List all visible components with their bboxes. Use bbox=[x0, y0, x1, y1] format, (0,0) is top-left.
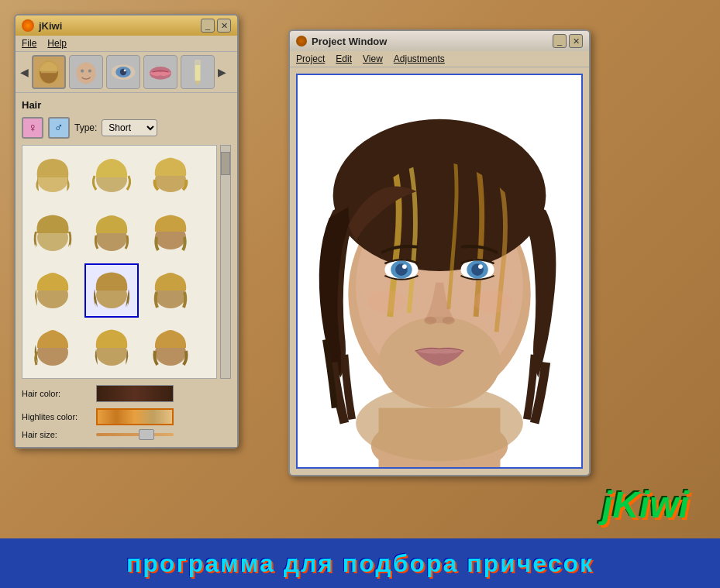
project-window: Project Window _ ✕ Project Edit View Adj… bbox=[288, 29, 591, 476]
hair-item-11[interactable] bbox=[84, 321, 139, 375]
lip-icon-svg bbox=[144, 49, 177, 95]
project-titlebar-left: Project Window bbox=[296, 36, 387, 47]
type-row: ♀ ♂ Type: Short Long Curly Straight bbox=[22, 117, 231, 139]
highlight-color-label: Highlites color: bbox=[22, 412, 90, 421]
hair-color-row: Hair color: bbox=[22, 385, 231, 402]
svg-point-3 bbox=[81, 70, 84, 73]
toolbar-arrow-right[interactable]: ▶ bbox=[218, 66, 226, 78]
hair-size-slider[interactable] bbox=[96, 428, 174, 441]
hair-item-3[interactable] bbox=[143, 149, 198, 203]
menu-edit[interactable]: Edit bbox=[336, 53, 352, 64]
minimize-button[interactable]: _ bbox=[201, 19, 215, 33]
project-titlebar-buttons: _ ✕ bbox=[553, 34, 583, 48]
scrollbar-thumb[interactable] bbox=[221, 152, 230, 175]
hair-item-9[interactable] bbox=[143, 263, 198, 318]
hair-icon-svg bbox=[33, 49, 64, 95]
jkiwi-logo: jKiwi bbox=[602, 483, 689, 526]
svg-point-2 bbox=[76, 62, 95, 84]
tool-titlebar: jKiwi _ ✕ bbox=[16, 15, 237, 36]
toolbar-face-icon[interactable] bbox=[69, 55, 103, 89]
project-menubar: Project Edit View Adjustments bbox=[290, 51, 589, 67]
titlebar-buttons: _ ✕ bbox=[201, 19, 231, 33]
svg-point-8 bbox=[124, 70, 126, 72]
menu-adjustments[interactable]: Adjustments bbox=[394, 53, 445, 64]
pencil-icon-svg bbox=[181, 49, 214, 95]
slider-thumb bbox=[139, 429, 154, 440]
hair-grid-scrollbar[interactable] bbox=[220, 145, 231, 379]
hair-item-8[interactable] bbox=[84, 263, 139, 318]
toolbar-eye-icon[interactable] bbox=[106, 55, 140, 89]
type-label: Type: bbox=[74, 122, 97, 133]
svg-point-38 bbox=[402, 264, 407, 269]
svg-marker-11 bbox=[195, 81, 201, 85]
project-titlebar: Project Window _ ✕ bbox=[290, 31, 589, 51]
menu-help[interactable]: Help bbox=[47, 38, 67, 49]
hair-item-12[interactable] bbox=[143, 321, 198, 375]
gender-female-button[interactable]: ♀ bbox=[22, 117, 43, 139]
hair-item-6[interactable] bbox=[143, 206, 198, 260]
portrait bbox=[298, 75, 581, 467]
svg-point-44 bbox=[443, 317, 455, 325]
svg-point-45 bbox=[367, 291, 405, 313]
menu-file[interactable]: File bbox=[22, 38, 36, 49]
toolbar-arrow-left[interactable]: ◀ bbox=[20, 66, 29, 78]
toolbar: ◀ bbox=[16, 52, 237, 93]
svg-point-42 bbox=[478, 264, 483, 269]
project-minimize-button[interactable]: _ bbox=[553, 34, 567, 48]
toolbar-lip-icon[interactable] bbox=[143, 55, 177, 89]
toolbar-hair-icon[interactable] bbox=[32, 55, 66, 89]
svg-rect-12 bbox=[195, 60, 201, 65]
size-slider-row: Hair size: bbox=[22, 428, 231, 441]
app-icon bbox=[22, 19, 34, 32]
hair-item-5[interactable] bbox=[84, 206, 139, 260]
gender-male-button[interactable]: ♂ bbox=[48, 117, 70, 139]
tool-window-title: jKiwi bbox=[39, 20, 62, 32]
bottom-text: программа для подбора причесок bbox=[126, 549, 594, 578]
hair-item-10[interactable] bbox=[26, 321, 80, 375]
tool-window: jKiwi _ ✕ File Help ◀ bbox=[14, 14, 239, 449]
portrait-svg bbox=[300, 74, 579, 469]
hair-grid-container bbox=[22, 145, 231, 379]
project-close-button[interactable]: ✕ bbox=[569, 34, 583, 48]
hair-item-7[interactable] bbox=[26, 263, 80, 318]
hair-item-4[interactable] bbox=[26, 206, 80, 260]
face-icon-svg bbox=[70, 49, 102, 95]
menu-view[interactable]: View bbox=[363, 53, 383, 64]
titlebar-left: jKiwi bbox=[22, 19, 62, 32]
hair-item-2[interactable] bbox=[84, 149, 139, 203]
hair-color-swatch[interactable] bbox=[96, 385, 174, 402]
toolbar-pencil-icon[interactable] bbox=[181, 55, 215, 89]
project-canvas bbox=[296, 74, 583, 469]
hair-grid bbox=[22, 145, 217, 379]
hair-panel: Hair ♀ ♂ Type: Short Long Curly Straight bbox=[16, 93, 237, 447]
hair-color-label: Hair color: bbox=[22, 389, 90, 398]
project-window-title: Project Window bbox=[312, 36, 387, 47]
highlight-color-swatch[interactable] bbox=[96, 408, 174, 425]
panel-title: Hair bbox=[22, 99, 231, 111]
bottom-bar: программа для подбора причесок bbox=[0, 538, 720, 588]
eye-icon-svg bbox=[107, 49, 140, 95]
type-select[interactable]: Short Long Curly Straight bbox=[102, 119, 157, 136]
svg-point-46 bbox=[474, 291, 512, 313]
project-icon bbox=[296, 36, 307, 46]
slider-track bbox=[96, 433, 174, 436]
svg-point-43 bbox=[424, 317, 436, 325]
menu-project[interactable]: Project bbox=[296, 53, 325, 64]
highlight-color-row: Highlites color: bbox=[22, 408, 231, 425]
size-label: Hair size: bbox=[22, 430, 90, 439]
svg-point-4 bbox=[88, 70, 91, 73]
hair-item-1[interactable] bbox=[26, 149, 80, 203]
close-button[interactable]: ✕ bbox=[217, 19, 231, 33]
